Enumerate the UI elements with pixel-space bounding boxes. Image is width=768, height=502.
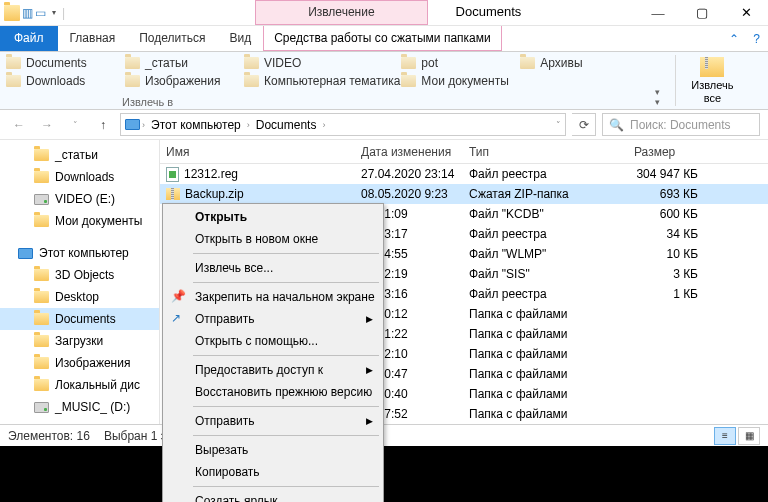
reg-file-icon: [166, 167, 179, 182]
recent-dropdown[interactable]: ˅: [64, 114, 86, 136]
ribbon-pinned-folder[interactable]: Мои документы: [401, 72, 519, 89]
context-menu[interactable]: ОткрытьОткрыть в новом окнеИзвлечь все..…: [162, 203, 384, 502]
contextual-tab-header[interactable]: Извлечение: [255, 0, 427, 25]
tab-view[interactable]: Вид: [217, 26, 263, 51]
context-menu-item[interactable]: Создать ярлык: [165, 490, 381, 502]
tab-home[interactable]: Главная: [58, 26, 128, 51]
ribbon-pinned-folder[interactable]: Архивы: [520, 54, 638, 71]
ribbon-group-label: Извлечь в: [122, 96, 173, 108]
ribbon-pinned-folder[interactable]: Компьютерная тематика: [244, 72, 400, 89]
minimize-button[interactable]: —: [636, 0, 680, 25]
ribbon-pinned-folder[interactable]: pot: [401, 54, 519, 71]
nav-item[interactable]: VIDEO (E:): [0, 188, 159, 210]
folder-icon: [34, 171, 49, 183]
context-menu-item[interactable]: Вырезать: [165, 439, 381, 461]
qat-dropdown[interactable]: ▾: [48, 8, 60, 17]
help-icon[interactable]: ?: [753, 32, 760, 46]
nav-item[interactable]: Загрузки: [0, 330, 159, 352]
address-bar-row: ← → ˅ ↑ › Этот компьютер › Documents › ˅…: [0, 110, 768, 140]
tab-compressed-tools[interactable]: Средства работы со сжатыми папками: [263, 26, 502, 51]
ribbon-collapse-icon[interactable]: ⌃: [729, 32, 739, 46]
nav-item[interactable]: Documents: [0, 308, 159, 330]
nav-item[interactable]: _MUSIC_ (D:): [0, 396, 159, 418]
back-button[interactable]: ←: [8, 114, 30, 136]
view-details-button[interactable]: ≡: [714, 427, 736, 445]
col-size[interactable]: Размер: [628, 145, 708, 159]
qat-props-icon[interactable]: ▭: [35, 6, 46, 20]
search-icon: 🔍: [609, 118, 624, 132]
context-menu-item[interactable]: Открыть с помощью...: [165, 330, 381, 352]
ribbon-pinned-folder[interactable]: Downloads: [6, 72, 124, 89]
submenu-arrow-icon: ▶: [366, 416, 373, 426]
folder-icon: [401, 57, 416, 69]
submenu-arrow-icon: ▶: [366, 314, 373, 324]
search-placeholder: Поиск: Documents: [630, 118, 731, 132]
pc-icon: [18, 248, 33, 259]
context-menu-item[interactable]: Открыть в новом окне: [165, 228, 381, 250]
nav-item[interactable]: Локальный дис: [0, 374, 159, 396]
ribbon-pinned-folder[interactable]: _статьи: [125, 54, 243, 71]
ribbon-more-icon[interactable]: ▾▾: [644, 52, 670, 109]
address-bar[interactable]: › Этот компьютер › Documents › ˅: [120, 113, 566, 136]
nav-item[interactable]: _статьи: [0, 144, 159, 166]
folder-icon: [125, 57, 140, 69]
nav-item[interactable]: Downloads: [0, 166, 159, 188]
folder-icon: [244, 75, 259, 87]
folder-icon: [34, 269, 49, 281]
tab-share[interactable]: Поделиться: [127, 26, 217, 51]
folder-icon: [244, 57, 259, 69]
nav-item[interactable]: Этот компьютер: [0, 242, 159, 264]
drive-icon: [34, 194, 49, 205]
context-menu-item[interactable]: Извлечь все...: [165, 257, 381, 279]
nav-item[interactable]: Мои документы: [0, 210, 159, 232]
file-tab[interactable]: Файл: [0, 26, 58, 51]
context-menu-item[interactable]: Восстановить прежнюю версию: [165, 381, 381, 403]
address-history-icon[interactable]: ˅: [556, 120, 561, 130]
zip-file-icon: [166, 188, 180, 200]
navigation-pane[interactable]: _статьиDownloadsVIDEO (E:)Мои документыЭ…: [0, 140, 160, 472]
folder-icon: [520, 57, 535, 69]
context-menu-item[interactable]: 📌Закрепить на начальном экране: [165, 286, 381, 308]
context-menu-item[interactable]: Копировать: [165, 461, 381, 483]
col-date[interactable]: Дата изменения: [355, 145, 463, 159]
up-button[interactable]: ↑: [92, 114, 114, 136]
folder-icon: [34, 215, 49, 227]
nav-item[interactable]: 3D Objects: [0, 264, 159, 286]
search-box[interactable]: 🔍 Поиск: Documents: [602, 113, 760, 136]
close-button[interactable]: ✕: [724, 0, 768, 25]
context-menu-item[interactable]: Отправить▶: [165, 410, 381, 432]
title-bar: ▥ ▭ ▾ | Извлечение Documents — ▢ ✕: [0, 0, 768, 26]
drive-icon: [34, 402, 49, 413]
submenu-arrow-icon: ▶: [366, 365, 373, 375]
folder-icon: [6, 57, 21, 69]
breadcrumb-segment[interactable]: Documents: [252, 118, 321, 132]
maximize-button[interactable]: ▢: [680, 0, 724, 25]
ribbon-pinned-folder[interactable]: Documents: [6, 54, 124, 71]
ribbon-pinned-folder[interactable]: Изображения: [125, 72, 243, 89]
breadcrumb-segment[interactable]: Этот компьютер: [147, 118, 245, 132]
qat-save-icon[interactable]: ▥: [22, 6, 33, 20]
app-icon: [4, 5, 20, 21]
black-region: [0, 446, 768, 502]
refresh-button[interactable]: ⟳: [572, 113, 596, 136]
file-row[interactable]: 12312.reg27.04.2020 23:14Файл реестра304…: [160, 164, 768, 184]
share-icon: ↗: [171, 311, 187, 327]
forward-button[interactable]: →: [36, 114, 58, 136]
context-menu-item[interactable]: Открыть: [165, 206, 381, 228]
view-large-button[interactable]: ▦: [738, 427, 760, 445]
context-menu-item[interactable]: ↗Отправить▶: [165, 308, 381, 330]
file-row[interactable]: Backup.zip08.05.2020 9:23Сжатая ZIP-папк…: [160, 184, 768, 204]
column-headers[interactable]: Имя Дата изменения Тип Размер: [160, 140, 768, 164]
pin-icon: 📌: [171, 289, 187, 305]
folder-icon: [34, 313, 49, 325]
folder-icon: [34, 357, 49, 369]
nav-item[interactable]: Изображения: [0, 352, 159, 374]
ribbon-tabs: Файл Главная Поделиться Вид Средства раб…: [0, 26, 768, 52]
col-type[interactable]: Тип: [463, 145, 628, 159]
path-pc-icon: [125, 119, 140, 130]
col-name[interactable]: Имя: [160, 145, 355, 159]
context-menu-item[interactable]: Предоставить доступ к▶: [165, 359, 381, 381]
nav-item[interactable]: Desktop: [0, 286, 159, 308]
ribbon-pinned-folder[interactable]: VIDEO: [244, 54, 400, 71]
extract-all-button[interactable]: Извлечь все: [681, 52, 743, 109]
